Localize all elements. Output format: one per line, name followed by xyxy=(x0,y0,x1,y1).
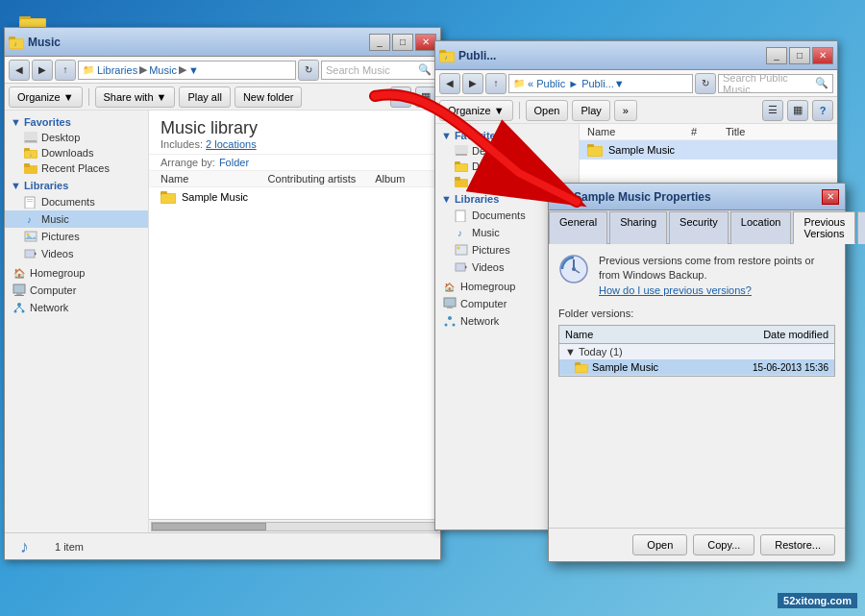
sidebar-item-documents[interactable]: Documents xyxy=(5,193,148,210)
window2-open-btn[interactable]: Open xyxy=(526,100,569,121)
window2-col-name[interactable]: Name xyxy=(587,126,691,137)
svg-rect-42 xyxy=(456,154,467,156)
props-info-link[interactable]: How do I use previous versions? xyxy=(599,284,752,296)
window1-col-album[interactable]: Album xyxy=(375,173,429,185)
window2-forward-btn[interactable]: ▶ xyxy=(462,73,483,94)
sidebar-item-computer[interactable]: Computer xyxy=(5,282,148,299)
sidebar-item-downloads[interactable]: ↓ Downloads xyxy=(5,145,148,160)
window1-search-icon[interactable]: 🔍 xyxy=(418,63,432,76)
props-dialog-close-btn[interactable]: ✕ xyxy=(822,189,839,205)
props-restore-btn[interactable]: Restore... xyxy=(760,534,835,555)
props-open-btn[interactable]: Open xyxy=(632,534,687,555)
window2-sidebar-desktop[interactable]: Desktop xyxy=(435,143,579,159)
window2-search-icon[interactable]: 🔍 xyxy=(815,77,828,89)
window1-file-item-sample-music[interactable]: Sample Music xyxy=(149,187,440,207)
window1-address-path[interactable]: 📁 Libraries ▶ Music ▶ ▼ xyxy=(78,61,296,80)
sidebar-item-network[interactable]: Network xyxy=(5,299,148,316)
svg-rect-50 xyxy=(456,245,467,255)
window1-refresh-btn[interactable]: ↻ xyxy=(298,60,319,81)
sidebar-item-pictures[interactable]: Pictures xyxy=(5,228,148,245)
window1-col-name[interactable]: Name xyxy=(161,173,268,185)
window2-search-placeholder: Search Public Music xyxy=(723,72,815,95)
svg-rect-35 xyxy=(161,194,175,203)
window1-breadcrumb-dropdown[interactable]: ▼ xyxy=(188,64,199,76)
window2-up-btn[interactable]: ↑ xyxy=(485,73,507,94)
window2-refresh-btn[interactable]: ↻ xyxy=(695,73,716,94)
window2-search-box[interactable]: Search Public Music 🔍 xyxy=(718,74,833,93)
sidebar-item-desktop[interactable]: Desktop xyxy=(5,130,148,145)
window2-col-num[interactable]: # xyxy=(691,126,726,137)
window2-organize-btn[interactable]: Organize ▼ xyxy=(439,100,513,121)
window1-playall-btn[interactable]: Play all xyxy=(179,86,230,108)
props-tab-previous-versions[interactable]: Previous Versions xyxy=(793,211,855,244)
window2-play-btn[interactable]: Play xyxy=(572,100,609,121)
svg-text:🏠: 🏠 xyxy=(444,282,456,293)
props-tab-general[interactable]: General xyxy=(549,211,607,244)
window1-view-btn[interactable]: ☰ xyxy=(390,86,411,108)
w2-computer-icon xyxy=(443,297,457,310)
window1-maximize-btn[interactable]: □ xyxy=(392,34,413,51)
props-folder-versions-label: Folder versions: xyxy=(558,308,835,319)
window2-favorites-section: ▼ Favorites Desktop xyxy=(435,128,579,189)
versions-row-sample-music[interactable]: Sample Music 15-06-2013 15:36 xyxy=(559,359,834,375)
props-tab-location[interactable]: Location xyxy=(730,211,792,244)
window1-breadcrumb-libraries[interactable]: Libraries xyxy=(97,64,137,76)
window2-file-item-sample-music[interactable]: Sample Music xyxy=(580,140,837,160)
svg-text:♪: ♪ xyxy=(20,537,29,556)
window1-hscroll[interactable] xyxy=(149,519,440,532)
props-tab-security[interactable]: Security xyxy=(669,211,729,244)
window2-maximize-btn[interactable]: □ xyxy=(789,47,810,64)
window2-breadcrumb-dropdown[interactable]: ▼ xyxy=(614,78,625,89)
window1-breadcrumb-music[interactable]: Music xyxy=(149,64,177,76)
window2-help-btn[interactable]: ? xyxy=(812,100,833,121)
window1-favorites-header[interactable]: ▼ Favorites xyxy=(5,114,148,130)
window2-minimize-btn[interactable]: _ xyxy=(766,47,787,64)
window2-sidebar-downloads[interactable]: Downloads xyxy=(435,159,579,174)
sidebar-item-homegroup[interactable]: 🏠 Homegroup xyxy=(5,264,148,282)
window1-locations-link[interactable]: 2 locations xyxy=(206,138,257,150)
window1-favorites-chevron: ▼ xyxy=(11,116,21,128)
window1-share-btn[interactable]: Share with ▼ xyxy=(95,86,176,108)
window2-breadcrumb[interactable]: « Public ► Publi... xyxy=(528,78,614,89)
window2-close-btn[interactable]: ✕ xyxy=(812,47,833,64)
window1-controls: _ □ ✕ xyxy=(369,34,436,51)
window2-view-btn[interactable]: ☰ xyxy=(762,100,783,121)
window1-arrange-value[interactable]: Folder xyxy=(219,157,249,168)
props-tab-customize[interactable]: Customize xyxy=(857,211,865,244)
window1-forward-btn[interactable]: ▶ xyxy=(32,60,53,81)
window1-titlebar[interactable]: ♪ Music _ □ ✕ xyxy=(5,28,440,57)
window2-back-btn[interactable]: ◀ xyxy=(439,73,460,94)
window1-close-btn[interactable]: ✕ xyxy=(415,34,436,51)
window1-view2-btn[interactable]: ▦ xyxy=(415,86,436,108)
window1-organize-btn[interactable]: Organize ▼ xyxy=(9,86,83,108)
window1-newfolder-btn[interactable]: New folder xyxy=(235,86,303,108)
versions-col-name[interactable]: Name xyxy=(565,329,697,340)
sidebar-item-recent[interactable]: Recent Places xyxy=(5,160,148,176)
props-titlebar[interactable]: Sample Music Properties ✕ xyxy=(549,184,845,210)
props-tab-sharing[interactable]: Sharing xyxy=(609,211,667,244)
window1-scroll-thumb[interactable] xyxy=(152,523,266,530)
window2-col-title[interactable]: Title xyxy=(726,126,829,137)
svg-rect-18 xyxy=(27,201,33,202)
window1-back-btn[interactable]: ◀ xyxy=(9,60,30,81)
versions-col-date[interactable]: Date modified xyxy=(697,329,828,340)
versions-group-header-today[interactable]: ▼ Today (1) xyxy=(559,344,834,359)
svg-text:↓: ↓ xyxy=(30,152,33,158)
window2-address-path[interactable]: 📁 « Public ► Publi... ▼ xyxy=(508,74,693,93)
window1-minimize-btn[interactable]: _ xyxy=(369,34,390,51)
desktop-icon-small xyxy=(24,132,37,143)
props-copy-btn[interactable]: Copy... xyxy=(693,534,754,555)
window1-up-btn[interactable]: ↑ xyxy=(55,60,76,81)
sidebar-item-videos[interactable]: Videos xyxy=(5,245,148,262)
window2-more-btn[interactable]: » xyxy=(614,100,637,121)
window2-favorites-header[interactable]: ▼ Favorites xyxy=(435,128,579,143)
window2-titlebar[interactable]: ♪ Publi... _ □ ✕ xyxy=(435,41,837,70)
w2-pics-icon xyxy=(455,243,468,257)
window1-col-artists[interactable]: Contributing artists xyxy=(268,173,376,185)
window1-libraries-header[interactable]: ▼ Libraries xyxy=(5,178,148,193)
window2-view2-btn[interactable]: ▦ xyxy=(787,100,808,121)
window1-search-box[interactable]: Search Music 🔍 xyxy=(321,61,436,80)
sidebar-item-music[interactable]: ♪ Music xyxy=(5,210,148,228)
props-content: Previous versions come from restore poin… xyxy=(549,244,845,528)
window2-title: Publi... xyxy=(458,49,766,62)
